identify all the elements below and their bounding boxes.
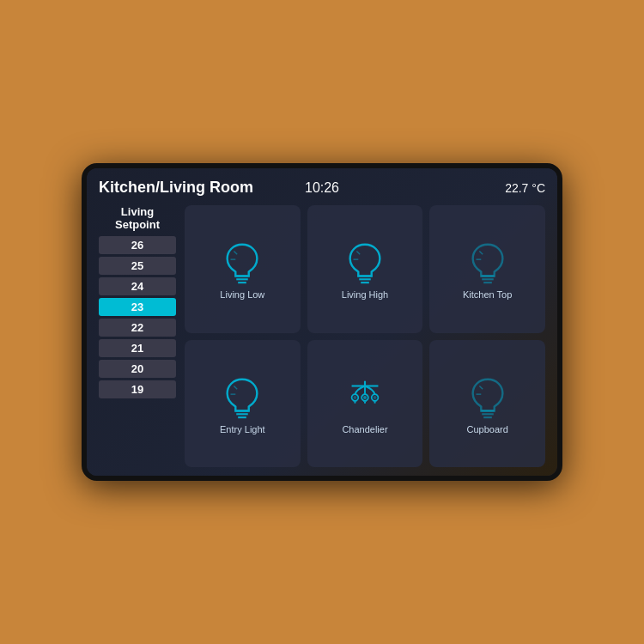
light-tile-entry-light[interactable]: Entry Light <box>185 340 301 468</box>
setpoint-item[interactable]: 19 <box>99 380 176 398</box>
screen: Kitchen/Living Room 10:26 22.7 °C Living… <box>87 168 557 476</box>
main-content: Living Setpoint 2625242322212019 Living … <box>99 205 545 467</box>
setpoint-label: Living Setpoint <box>99 205 176 231</box>
light-label-living-low: Living Low <box>220 289 264 300</box>
svg-line-18 <box>234 386 238 389</box>
light-tile-cupboard[interactable]: Cupboard <box>429 340 545 468</box>
svg-line-13 <box>479 252 483 255</box>
light-label-chandelier: Chandelier <box>342 424 387 434</box>
setpoint-item[interactable]: 26 <box>99 236 176 254</box>
header: Kitchen/Living Room 10:26 22.7 °C <box>99 179 545 197</box>
light-grid: Living Low Living High Kitchen Top Entry… <box>185 205 545 467</box>
setpoint-item[interactable]: 21 <box>99 339 176 357</box>
light-label-cupboard: Cupboard <box>467 424 508 434</box>
light-label-living-high: Living High <box>342 289 388 300</box>
setpoint-item[interactable]: 20 <box>99 360 176 378</box>
svg-line-38 <box>479 386 483 389</box>
light-tile-living-high[interactable]: Living High <box>307 205 423 333</box>
setpoint-item[interactable]: 25 <box>99 257 176 275</box>
svg-line-8 <box>356 252 360 255</box>
svg-point-34 <box>374 396 377 399</box>
wall-panel: Kitchen/Living Room 10:26 22.7 °C Living… <box>82 163 562 481</box>
svg-point-33 <box>363 396 367 399</box>
svg-line-3 <box>234 252 238 255</box>
light-tile-living-low[interactable]: Living Low <box>185 205 301 333</box>
light-tile-chandelier[interactable]: Chandelier <box>307 340 423 468</box>
setpoint-item[interactable]: 23 <box>99 298 176 316</box>
light-label-kitchen-top: Kitchen Top <box>463 289 512 300</box>
setpoint-panel: Living Setpoint 2625242322212019 <box>99 205 176 467</box>
page-title: Kitchen/Living Room <box>99 179 253 197</box>
light-label-entry-light: Entry Light <box>220 424 265 434</box>
setpoint-item[interactable]: 22 <box>99 319 176 337</box>
setpoint-item[interactable]: 24 <box>99 277 176 295</box>
temperature: 22.7 °C <box>505 181 545 195</box>
svg-point-32 <box>353 396 356 399</box>
light-tile-kitchen-top[interactable]: Kitchen Top <box>429 205 545 333</box>
setpoint-list: 2625242322212019 <box>99 236 176 398</box>
clock: 10:26 <box>305 180 339 196</box>
